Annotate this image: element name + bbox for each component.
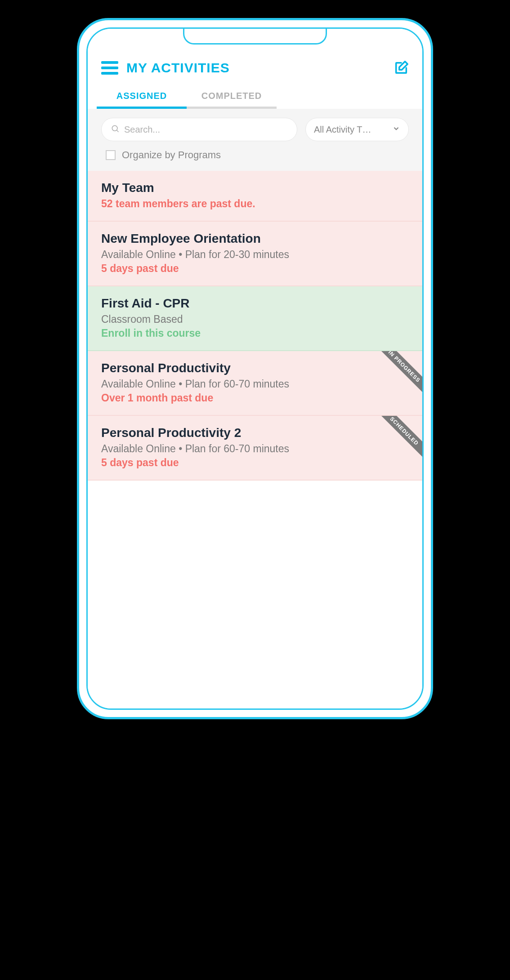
dropdown-selected: All Activity T… bbox=[314, 125, 371, 135]
card-subtitle: Available Online • Plan for 60-70 minute… bbox=[101, 443, 409, 455]
card-title: Personal Productivity 2 bbox=[101, 426, 409, 440]
compose-icon[interactable] bbox=[394, 60, 409, 76]
svg-point-0 bbox=[112, 125, 117, 131]
svg-line-1 bbox=[117, 130, 119, 132]
card-status: Over 1 month past due bbox=[101, 392, 409, 404]
filter-row: All Activity T… bbox=[101, 118, 409, 141]
search-icon bbox=[111, 124, 120, 135]
phone-frame: MY ACTIVITIES ASSIGNED COMPLETED bbox=[77, 18, 433, 719]
card-title: New Employee Orientation bbox=[101, 232, 409, 246]
card-status: 5 days past due bbox=[101, 457, 409, 469]
tabs: ASSIGNED COMPLETED bbox=[88, 85, 422, 109]
card-title: Personal Productivity bbox=[101, 361, 409, 375]
card-subtitle: Classroom Based bbox=[101, 313, 409, 325]
card-title: First Aid - CPR bbox=[101, 296, 409, 311]
search-input[interactable] bbox=[124, 125, 288, 135]
phone-notch bbox=[183, 27, 327, 45]
app-screen: MY ACTIVITIES ASSIGNED COMPLETED bbox=[88, 29, 422, 708]
activity-card[interactable]: Personal Productivity 2Available Online … bbox=[88, 416, 422, 481]
activity-card[interactable]: My Team52 team members are past due. bbox=[88, 171, 422, 222]
organize-checkbox[interactable] bbox=[106, 150, 116, 160]
card-title: My Team bbox=[101, 181, 409, 195]
phone-inner: MY ACTIVITIES ASSIGNED COMPLETED bbox=[86, 27, 424, 710]
page-title: MY ACTIVITIES bbox=[126, 60, 385, 76]
filters-bar: All Activity T… Organize by Programs bbox=[88, 109, 422, 171]
activity-card[interactable]: New Employee OrientationAvailable Online… bbox=[88, 222, 422, 286]
card-subtitle: Available Online • Plan for 20-30 minute… bbox=[101, 249, 409, 261]
activity-list: My Team52 team members are past due.New … bbox=[88, 171, 422, 708]
activity-type-dropdown[interactable]: All Activity T… bbox=[305, 118, 409, 141]
tab-assigned[interactable]: ASSIGNED bbox=[97, 85, 187, 109]
search-box[interactable] bbox=[101, 118, 297, 141]
card-subtitle: Available Online • Plan for 60-70 minute… bbox=[101, 378, 409, 390]
activity-card[interactable]: Personal ProductivityAvailable Online • … bbox=[88, 351, 422, 416]
organize-checkbox-label: Organize by Programs bbox=[122, 149, 221, 161]
tab-completed[interactable]: COMPLETED bbox=[187, 85, 277, 109]
card-status: 52 team members are past due. bbox=[101, 198, 409, 210]
card-status: 5 days past due bbox=[101, 263, 409, 275]
activity-card[interactable]: First Aid - CPRClassroom BasedEnroll in … bbox=[88, 286, 422, 351]
organize-checkbox-row: Organize by Programs bbox=[101, 149, 409, 161]
hamburger-icon[interactable] bbox=[101, 61, 118, 75]
card-status: Enroll in this course bbox=[101, 327, 409, 339]
chevron-down-icon bbox=[392, 125, 400, 135]
